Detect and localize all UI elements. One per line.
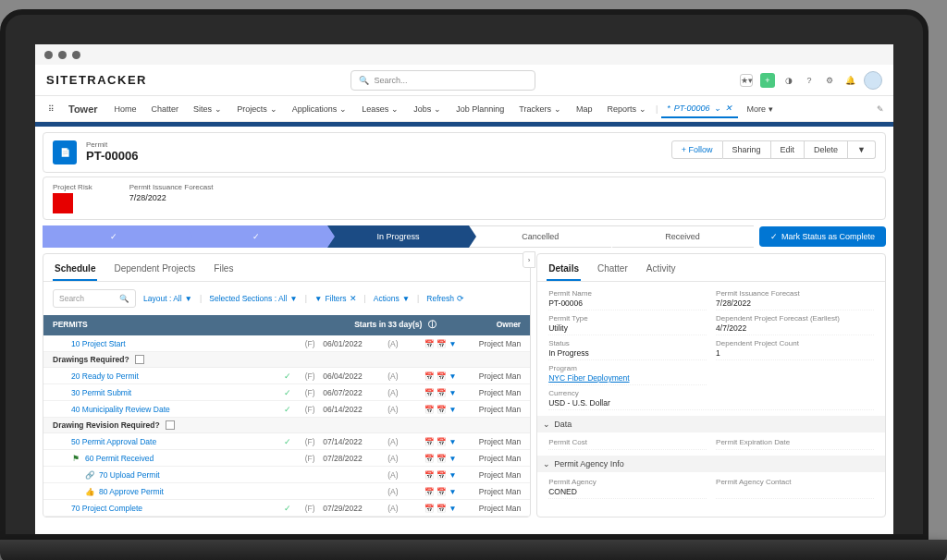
section-header[interactable]: Drawing Revision Required? [43,418,530,433]
add-icon[interactable]: + [760,73,775,88]
app-launcher-icon[interactable]: ⠿ [44,103,57,116]
calendar-icon[interactable]: 📅 [437,339,447,348]
close-icon[interactable]: ✕ [725,103,732,113]
section-data[interactable]: ⌄Data [537,416,885,432]
filters-button[interactable]: ▼ Filters ✕ [314,294,357,303]
mark-complete-button[interactable]: ✓ Mark Status as Complete [759,226,886,247]
open-tab[interactable]: *PT-00006 ⌄ ✕ [661,100,737,118]
nav-map[interactable]: Map [571,104,598,114]
section-agency[interactable]: ⌄Permit Agency Info [537,456,885,472]
calendar-icon[interactable]: 📅 [424,388,435,397]
tab-activity[interactable]: Activity [645,260,678,281]
field-value: USD - U.S. Dollar [548,398,874,408]
activity-link[interactable]: 20 Ready to Permit [53,371,284,381]
sections-dropdown[interactable]: Selected Sections : All ▼ [209,294,298,303]
path-stage-cancelled[interactable]: Cancelled [469,225,611,248]
calendar-icon[interactable]: 📅 [424,470,435,480]
more-actions-button[interactable]: ▼ [848,140,876,159]
filter-icon: ▼ [314,294,322,303]
field-value: 4/7/2022 [716,323,874,333]
tab-schedule[interactable]: Schedule [53,260,97,281]
check-icon: ✓ [284,405,297,414]
header-strip [35,122,893,127]
mac-dot [58,51,67,59]
nav-chatter[interactable]: Chatter [146,104,185,114]
activity-link[interactable]: 50 Permit Approval Date [53,437,284,446]
nav-projects[interactable]: Projects ⌄ [231,104,283,114]
nav-home[interactable]: Home [109,104,142,114]
chevron-down-icon: ⌄ [391,104,399,114]
nav-leases[interactable]: Leases ⌄ [356,104,404,114]
activity-link[interactable]: 👍80 Approve Permit [53,487,284,496]
path-stage-received[interactable]: Received [611,225,754,248]
activity-link[interactable]: 30 Permit Submit [53,388,284,397]
calendar-icon[interactable]: 📅 [437,470,447,480]
path-stage-1[interactable]: ✓ [43,225,185,248]
mac-dot [44,51,53,59]
search-placeholder: Search... [374,76,407,85]
calendar-icon[interactable]: 📅 [424,339,435,348]
edit-button[interactable]: Edit [771,140,806,159]
calendar-icon[interactable]: 📅 [437,504,447,513]
field-label: Permit Name [548,289,707,298]
mac-window-bar [35,44,893,65]
edit-nav-icon[interactable]: ✎ [877,104,884,114]
nav-applications[interactable]: Applications ⌄ [287,104,353,114]
schedule-search-input[interactable]: Search🔍 [53,289,136,308]
activity-link[interactable]: ⚑60 Permit Received [53,454,284,463]
section-header[interactable]: Drawings Required? [43,352,530,368]
help-icon[interactable]: ? [803,74,816,87]
calendar-icon[interactable]: 📅 [437,454,447,463]
calendar-icon[interactable]: 📅 [437,487,447,496]
calendar-icon[interactable]: 📅 [437,437,447,446]
path-stage-2[interactable]: ✓ [185,225,327,248]
nav-trackers[interactable]: Trackers ⌄ [513,104,567,114]
actions-dropdown[interactable]: Actions ▼ [374,294,410,303]
trail-icon[interactable]: ◑ [782,74,795,87]
nav-job-planning[interactable]: Job Planning [450,104,510,114]
calendar-icon[interactable]: 📅 [424,454,435,463]
delete-button[interactable]: Delete [805,140,848,159]
nav-jobs[interactable]: Jobs ⌄ [408,104,447,114]
section-checkbox[interactable] [135,355,144,364]
nav-more[interactable]: More ▾ [742,104,780,114]
sharing-button[interactable]: Sharing [723,140,771,159]
settings-icon[interactable]: ⚙ [823,74,836,87]
tab-files[interactable]: Files [212,260,235,281]
layout-dropdown[interactable]: Layout : All ▼ [143,294,192,303]
path-stage-in-progress[interactable]: In Progress [327,225,470,248]
notification-icon[interactable]: 🔔 [843,74,856,87]
calendar-icon[interactable]: 📅 [424,405,435,414]
tab-details[interactable]: Details [547,260,581,281]
nav-sites[interactable]: Sites ⌄ [188,104,228,114]
calendar-icon[interactable]: 📅 [437,371,447,381]
calendar-icon[interactable]: 📅 [424,504,435,513]
tab-chatter[interactable]: Chatter [596,260,630,281]
activity-link[interactable]: 🔗70 Upload Permit [53,470,284,480]
nav-reports[interactable]: Reports ⌄ [601,104,652,114]
chevron-down-icon: ⌄ [215,104,222,114]
chevron-down-icon: ⌄ [270,104,277,114]
calendar-icon[interactable]: 📅 [424,371,435,381]
collapse-panel-button[interactable]: › [523,251,535,268]
link-icon: 🔗 [85,470,95,480]
calendar-icon[interactable]: 📅 [437,405,447,414]
activity-link[interactable]: 10 Project Start [53,339,284,348]
section-checkbox[interactable] [166,420,175,430]
follow-button[interactable]: + Follow [671,140,723,159]
field-value: 1 [716,348,874,358]
activity-link[interactable]: 40 Municipality Review Date [53,405,284,414]
activity-link[interactable]: 70 Project Complete [53,504,284,513]
favorite-icon[interactable]: ★▾ [740,74,753,87]
refresh-button[interactable]: Refresh ⟳ [426,294,464,303]
search-icon: 🔍 [359,76,369,85]
field-value-link[interactable]: NYC Fiber Deployment [548,373,707,383]
calendar-icon[interactable]: 📅 [424,437,435,446]
check-icon: ✓ [284,504,297,513]
calendar-icon[interactable]: 📅 [424,487,435,496]
user-avatar[interactable] [864,71,882,90]
table-row: 50 Permit Approval Date✓(F)07/14/2022(A)… [43,433,530,450]
tab-dependent-projects[interactable]: Dependent Projects [112,260,197,281]
global-search-input[interactable]: 🔍 Search... [351,70,535,91]
calendar-icon[interactable]: 📅 [437,388,447,397]
